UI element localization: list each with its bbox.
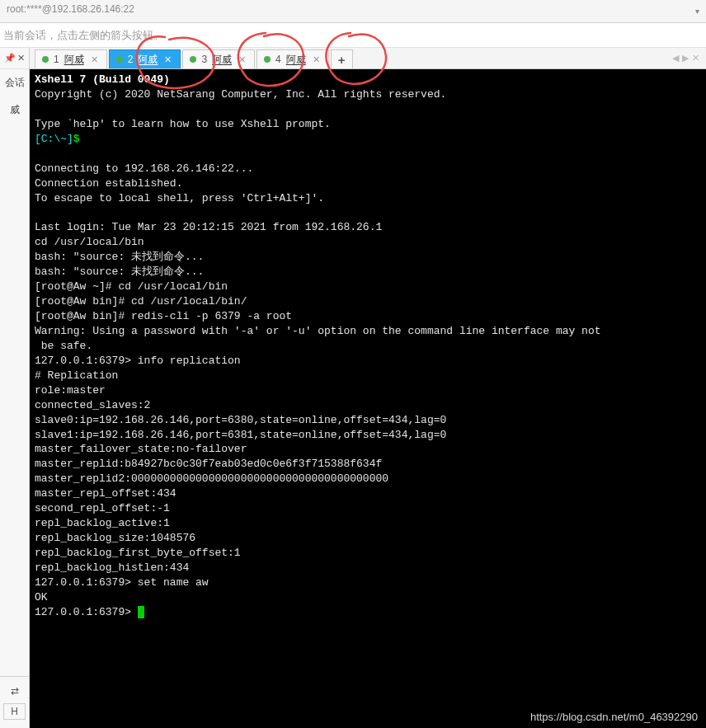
terminal-line: Connection established.: [35, 177, 182, 190]
terminal-line: repl_backlog_histlen:434: [35, 561, 189, 574]
tab-close-icon[interactable]: ✕: [311, 54, 322, 65]
plus-icon: +: [338, 53, 346, 67]
terminal-line: master_replid:b84927bc0c30f7eab03ed0c0e6…: [35, 458, 382, 470]
terminal-line: Type `help' to learn how to use Xshell p…: [35, 118, 331, 130]
tab-number: 3: [201, 54, 207, 65]
terminal-line: Warning: Using a password with '-a' or '…: [35, 325, 601, 337]
status-dot-icon: [264, 56, 271, 63]
terminal-line: [root@Aw ~]# cd /usr/local/bin: [35, 280, 228, 293]
terminal-line: [root@Aw bin]# redis-cli -p 6379 -a root: [35, 310, 292, 322]
session-tab-4[interactable]: 4 阿威 ✕: [257, 49, 329, 68]
new-tab-button[interactable]: +: [331, 49, 353, 68]
terminal-prompt: [C:\~]: [35, 133, 73, 145]
sidebar-transfer-icon[interactable]: ⇄: [0, 682, 29, 700]
terminal-line: [root@Aw bin]# cd /usr/local/bin/: [35, 295, 247, 308]
terminal-line: Xshell 7 (Build 0049): [35, 73, 170, 86]
terminal-cursor: [138, 606, 144, 618]
watermark-text: https://blog.csdn.net/m0_46392290: [530, 710, 698, 725]
session-tab-1[interactable]: 1 阿威 ✕: [35, 49, 107, 68]
status-dot-icon: [42, 56, 49, 63]
sidebar-label-sessions[interactable]: 会话: [0, 69, 29, 96]
terminal-line: slave0:ip=192.168.26.146,port=6380,state…: [35, 414, 446, 426]
terminal-line: cd /usr/local/bin: [35, 236, 144, 248]
status-dot-icon: [190, 56, 196, 63]
left-sidebar: 📌 ✕ 会话 威 ⇄ H: [0, 48, 30, 728]
terminal-line: # Replication: [35, 369, 118, 382]
session-tab-2[interactable]: 2 阿威 ✕: [109, 49, 181, 68]
hint-text: 当前会话，点击左侧的箭头按钮。: [3, 29, 164, 41]
window-titlebar: root:****@192.168.26.146:22 ▾: [0, 0, 706, 23]
terminal-line: Copyright (c) 2020 NetSarang Computer, I…: [35, 88, 446, 101]
tab-nav-right-icon[interactable]: ▶: [682, 53, 689, 63]
titlebar-dropdown-icon[interactable]: ▾: [695, 7, 699, 16]
terminal-line: role:master: [35, 384, 106, 397]
terminal-line: master_replid2:0000000000000000000000000…: [35, 472, 388, 485]
status-dot-icon: [116, 56, 123, 63]
terminal-output[interactable]: Xshell 7 (Build 0049) Copyright (c) 2020…: [30, 69, 706, 728]
terminal-prompt-symbol: $: [73, 133, 80, 145]
terminal-line: repl_backlog_active:1: [35, 517, 170, 529]
terminal-line: repl_backlog_size:1048576: [35, 532, 195, 544]
tab-close-icon[interactable]: ✕: [237, 54, 247, 65]
terminal-line: repl_backlog_first_byte_offset:1: [35, 547, 241, 559]
terminal-line: 127.0.0.1:6379> info replication: [35, 355, 241, 367]
tab-label: 阿威: [64, 53, 84, 67]
sidebar-label-wei[interactable]: 威: [0, 96, 29, 124]
sidebar-letter-h[interactable]: H: [3, 703, 26, 720]
terminal-line: bash: "source: 未找到命令...: [35, 251, 204, 263]
tab-label: 阿威: [212, 53, 232, 67]
tab-number: 4: [275, 54, 281, 65]
close-sidebar-icon[interactable]: ✕: [17, 53, 25, 63]
terminal-line: connected_slaves:2: [35, 399, 150, 411]
terminal-line: bash: "source: 未找到命令...: [35, 265, 204, 278]
terminal-line: second_repl_offset:-1: [35, 502, 170, 514]
tab-close-icon[interactable]: ✕: [89, 54, 100, 65]
tab-nav-left-icon[interactable]: ◀: [672, 53, 679, 63]
terminal-line: master_failover_state:no-failover: [35, 443, 247, 455]
hint-bar: 当前会话，点击左侧的箭头按钮。: [0, 23, 706, 48]
tab-number: 2: [128, 54, 134, 65]
terminal-line: Last login: Tue Mar 23 20:12:15 2021 fro…: [35, 221, 382, 233]
terminal-line: master_repl_offset:434: [35, 487, 176, 500]
tab-number: 1: [54, 54, 59, 65]
session-tab-3[interactable]: 3 阿威 ✕: [182, 49, 255, 68]
terminal-line: Connecting to 192.168.26.146:22...: [35, 162, 253, 175]
tab-label: 阿威: [138, 53, 158, 67]
tab-nav-close-icon[interactable]: ✕: [692, 53, 699, 63]
terminal-line: slave1:ip=192.168.26.146,port=6381,state…: [35, 429, 446, 441]
tab-label: 阿威: [286, 53, 306, 67]
tab-bar: 1 阿威 ✕ 2 阿威 ✕ 3 阿威 ✕ 4 阿威 ✕: [30, 48, 706, 69]
terminal-line: To escape to local shell, press 'Ctrl+Al…: [35, 192, 324, 204]
pin-icon[interactable]: 📌: [4, 53, 16, 63]
terminal-line: OK: [35, 591, 48, 604]
terminal-line: 127.0.0.1:6379> set name aw: [35, 576, 209, 589]
terminal-line: be safe.: [35, 340, 92, 352]
tab-close-icon[interactable]: ✕: [162, 54, 173, 65]
window-title: root:****@192.168.26.146:22: [7, 3, 134, 15]
terminal-line: 127.0.0.1:6379>: [35, 606, 138, 618]
